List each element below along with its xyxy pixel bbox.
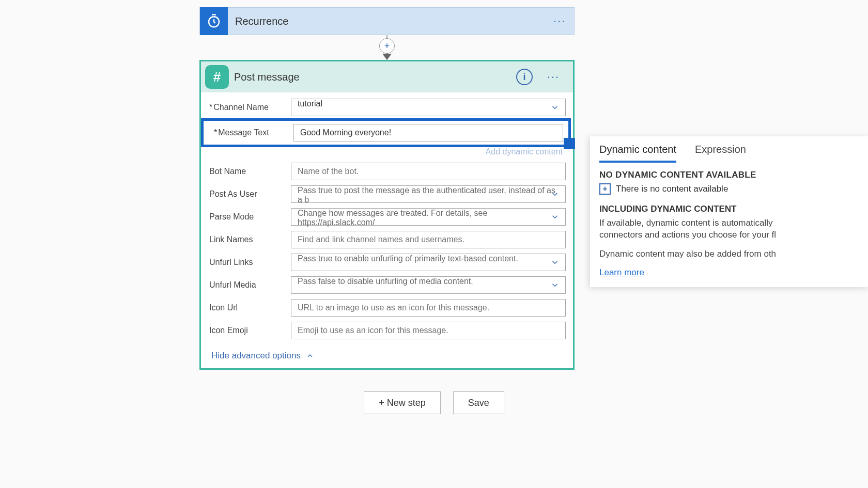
- recurrence-trigger-card[interactable]: Recurrence ···: [199, 7, 575, 35]
- parse-mode-select[interactable]: Change how messages are treated. For det…: [291, 208, 566, 226]
- add-dynamic-content-link[interactable]: Add dynamic content: [486, 147, 563, 156]
- icon-emoji-label: Icon Emoji: [208, 326, 291, 335]
- channel-name-row: *Channel Name tutorial: [208, 99, 566, 116]
- plus-square-icon: +: [599, 183, 611, 195]
- post-message-title: Post message: [234, 71, 516, 83]
- learn-more-link[interactable]: Learn more: [599, 267, 644, 277]
- bot-name-input[interactable]: [291, 163, 566, 180]
- including-dynamic-content-text: If available, dynamic content is automat…: [599, 217, 860, 241]
- unfurl-links-select[interactable]: Pass true to enable unfurling of primari…: [291, 254, 566, 271]
- unfurl-links-label: Unfurl Links: [208, 258, 291, 267]
- new-step-button[interactable]: + New step: [364, 391, 441, 414]
- dynamic-content-pin-icon: [564, 138, 575, 149]
- post-message-header[interactable]: # Post message i ···: [201, 61, 573, 92]
- recurrence-icon: [200, 7, 228, 35]
- save-button[interactable]: Save: [453, 391, 504, 414]
- channel-name-label: *Channel Name: [208, 103, 291, 112]
- message-text-input[interactable]: [293, 124, 563, 141]
- message-text-label: *Message Text: [209, 128, 293, 137]
- flow-arrow-icon: [382, 54, 392, 60]
- chevron-down-icon[interactable]: [547, 100, 563, 115]
- info-icon[interactable]: i: [516, 69, 533, 85]
- slack-channel-icon: #: [205, 65, 229, 89]
- unfurl-links-row: Unfurl Links Pass true to enable unfurli…: [208, 254, 566, 271]
- post-message-menu-icon[interactable]: ···: [543, 67, 564, 87]
- parse-mode-label: Parse Mode: [208, 212, 291, 222]
- icon-url-input[interactable]: [291, 299, 566, 317]
- tab-dynamic-content[interactable]: Dynamic content: [599, 144, 676, 163]
- link-names-row: Link Names: [208, 231, 566, 248]
- no-dynamic-content-title: NO DYNAMIC CONTENT AVAILABLE: [599, 170, 860, 180]
- post-as-user-select[interactable]: Pass true to post the message as the aut…: [291, 185, 566, 203]
- icon-emoji-row: Icon Emoji: [208, 322, 566, 339]
- hide-advanced-options-toggle[interactable]: Hide advanced options: [208, 351, 314, 361]
- link-names-input[interactable]: [291, 231, 566, 248]
- chevron-up-icon: [306, 352, 314, 360]
- parse-mode-row: Parse Mode Change how messages are treat…: [208, 208, 566, 226]
- icon-url-row: Icon Url: [208, 299, 566, 317]
- recurrence-menu-icon[interactable]: ···: [549, 11, 570, 32]
- message-text-row: *Message Text: [201, 118, 571, 147]
- unfurl-media-row: Unfurl Media Pass false to disable unfur…: [208, 276, 566, 294]
- icon-emoji-input[interactable]: [291, 322, 566, 339]
- including-dynamic-content-title: INCLUDING DYNAMIC CONTENT: [599, 204, 860, 214]
- post-as-user-label: Post As User: [208, 190, 291, 199]
- dynamic-content-flyout: Dynamic content Expression NO DYNAMIC CO…: [590, 136, 868, 287]
- bot-name-label: Bot Name: [208, 167, 291, 176]
- post-as-user-row: Post As User Pass true to post the messa…: [208, 185, 566, 203]
- post-message-action-card: # Post message i ··· *Channel Name tutor…: [199, 60, 575, 370]
- including-dynamic-content-text-2: Dynamic content may also be added from o…: [599, 248, 860, 260]
- designer-footer-buttons: + New step Save: [0, 391, 868, 414]
- link-names-label: Link Names: [208, 235, 291, 244]
- add-step-insert-button[interactable]: +: [379, 38, 395, 54]
- unfurl-media-select[interactable]: Pass false to disable unfurling of media…: [291, 276, 566, 294]
- unfurl-media-label: Unfurl Media: [208, 280, 291, 290]
- chevron-down-icon[interactable]: [547, 277, 563, 293]
- bot-name-row: Bot Name: [208, 163, 566, 180]
- recurrence-title: Recurrence: [228, 15, 549, 27]
- chevron-down-icon[interactable]: [547, 186, 563, 202]
- chevron-down-icon[interactable]: [547, 209, 563, 225]
- chevron-down-icon[interactable]: [547, 255, 563, 270]
- icon-url-label: Icon Url: [208, 303, 291, 312]
- channel-name-select[interactable]: tutorial: [291, 99, 566, 116]
- no-dynamic-content-message: There is no content available: [616, 184, 728, 194]
- tab-expression[interactable]: Expression: [695, 144, 746, 163]
